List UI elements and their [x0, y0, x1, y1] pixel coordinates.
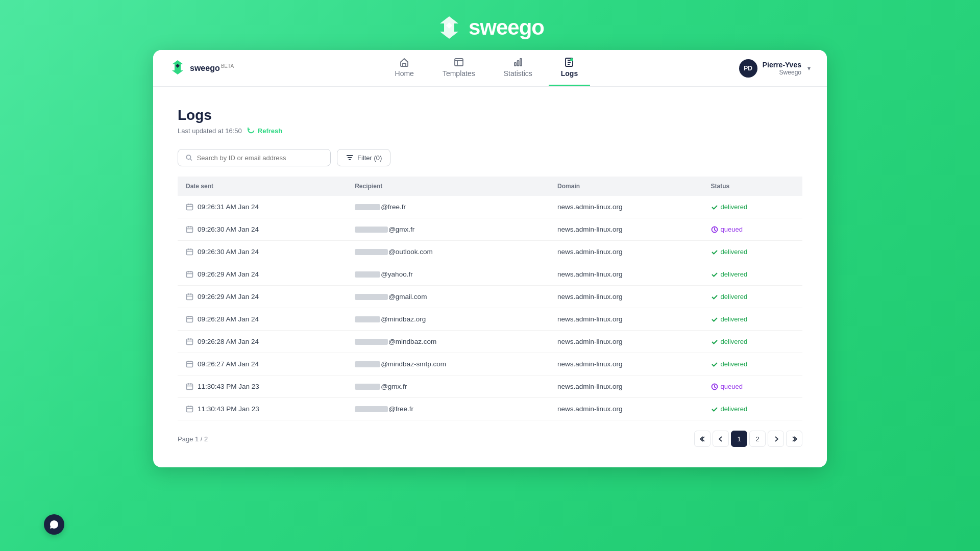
check-icon — [711, 248, 718, 256]
filter-button[interactable]: Filter (0) — [337, 149, 390, 166]
table-row[interactable]: 09:26:30 AM Jan 24 @outlook.comnews.admi… — [178, 241, 802, 263]
search-input[interactable] — [197, 154, 323, 162]
brand-logo-icon — [436, 14, 462, 41]
home-icon — [399, 57, 409, 67]
recipient-cell: @yahoo.fr — [347, 263, 549, 286]
recipient-cell: @gmx.fr — [347, 218, 549, 241]
check-icon — [711, 338, 718, 345]
pagination-info: Page 1 / 2 — [178, 435, 208, 443]
table-row[interactable]: 09:26:31 AM Jan 24 @free.frnews.admin-li… — [178, 196, 802, 218]
refresh-button[interactable]: Refresh — [247, 127, 282, 135]
recipient-cell: @outlook.com — [347, 241, 549, 263]
user-area[interactable]: PD Pierre-Yves Sweego ▾ — [739, 59, 811, 78]
calendar-icon — [186, 293, 193, 300]
last-updated-text: Last updated at 16:50 — [178, 127, 242, 135]
chevron-down-icon: ▾ — [807, 65, 811, 72]
templates-icon — [454, 57, 464, 67]
calendar-icon — [186, 315, 193, 323]
table-row[interactable]: 09:26:29 AM Jan 24 @yahoo.frnews.admin-l… — [178, 263, 802, 286]
recipient-cell: @mindbaz-smtp.com — [347, 353, 549, 375]
domain-cell: news.admin-linux.org — [549, 375, 703, 398]
domain-cell: news.admin-linux.org — [549, 263, 703, 286]
calendar-icon — [186, 338, 193, 345]
check-icon — [711, 204, 718, 211]
status-badge: delivered — [711, 314, 748, 324]
table-row[interactable]: 09:26:27 AM Jan 24 @mindbaz-smtp.comnews… — [178, 353, 802, 375]
table-body: 09:26:31 AM Jan 24 @free.frnews.admin-li… — [178, 196, 802, 420]
status-cell: delivered — [703, 263, 802, 286]
table-row[interactable]: 09:26:29 AM Jan 24 @gmail.comnews.admin-… — [178, 286, 802, 308]
calendar-icon — [186, 360, 193, 368]
page-first-button[interactable] — [694, 431, 710, 447]
svg-rect-2 — [517, 61, 519, 66]
date-cell: 11:30:43 PM Jan 23 — [178, 398, 347, 420]
page-last-button[interactable] — [786, 431, 802, 447]
recipient-cell: @free.fr — [347, 398, 549, 420]
domain-cell: news.admin-linux.org — [549, 398, 703, 420]
date-cell: 09:26:30 AM Jan 24 — [178, 241, 347, 263]
recipient-cell: @mindbaz.com — [347, 331, 549, 353]
svg-rect-8 — [187, 227, 193, 233]
page-2-button[interactable]: 2 — [749, 431, 766, 447]
refresh-icon — [247, 127, 255, 135]
check-icon — [711, 406, 718, 413]
brand-name: sweego — [469, 15, 544, 40]
last-updated-row: Last updated at 16:50 Refresh — [178, 127, 802, 135]
calendar-icon — [186, 248, 193, 256]
search-input-wrap[interactable] — [178, 149, 331, 166]
app-logo-text: sweegoBETA — [190, 63, 234, 73]
page-prev-button[interactable] — [713, 431, 729, 447]
table-row[interactable]: 09:26:28 AM Jan 24 @mindbaz.orgnews.admi… — [178, 308, 802, 331]
domain-cell: news.admin-linux.org — [549, 331, 703, 353]
app-logo: sweegoBETA — [169, 59, 234, 78]
statistics-icon — [513, 57, 523, 67]
page-1-button[interactable]: 1 — [731, 431, 747, 447]
status-badge: delivered — [711, 291, 748, 302]
user-avatar: PD — [739, 59, 757, 78]
app-header: sweegoBETA Home Templates — [153, 50, 827, 87]
check-icon — [711, 271, 718, 278]
svg-point-5 — [570, 58, 573, 61]
status-badge: delivered — [711, 336, 748, 347]
status-badge: delivered — [711, 359, 748, 369]
date-cell: 09:26:29 AM Jan 24 — [178, 286, 347, 308]
top-brand-bar: sweego — [0, 0, 980, 50]
svg-rect-18 — [187, 407, 193, 412]
table-row[interactable]: 09:26:30 AM Jan 24 @gmx.frnews.admin-lin… — [178, 218, 802, 241]
date-cell: 11:30:43 PM Jan 23 — [178, 375, 347, 398]
table-row[interactable]: 11:30:43 PM Jan 23 @free.frnews.admin-li… — [178, 398, 802, 420]
chat-icon — [49, 519, 59, 530]
calendar-icon — [186, 226, 193, 233]
calendar-icon — [186, 383, 193, 390]
date-cell: 09:26:28 AM Jan 24 — [178, 331, 347, 353]
table-row[interactable]: 09:26:28 AM Jan 24 @mindbaz.comnews.admi… — [178, 331, 802, 353]
page-first-icon — [699, 436, 706, 442]
svg-rect-15 — [187, 362, 193, 367]
table-header: Date sent Recipient Domain Status — [178, 177, 802, 196]
status-badge: delivered — [711, 269, 748, 280]
page-content: Logs Last updated at 16:50 Refresh — [153, 87, 827, 467]
tab-logs[interactable]: Logs — [549, 50, 590, 86]
col-domain: Domain — [549, 177, 703, 196]
col-date-sent: Date sent — [178, 177, 347, 196]
status-badge: queued — [711, 381, 743, 392]
domain-cell: news.admin-linux.org — [549, 353, 703, 375]
tab-templates[interactable]: Templates — [430, 50, 487, 86]
svg-rect-0 — [455, 59, 463, 66]
user-org: Sweego — [763, 69, 801, 76]
tab-home[interactable]: Home — [383, 50, 426, 86]
calendar-icon — [186, 270, 193, 278]
table-row[interactable]: 11:30:43 PM Jan 23 @gmx.frnews.admin-lin… — [178, 375, 802, 398]
check-icon — [711, 316, 718, 323]
domain-cell: news.admin-linux.org — [549, 286, 703, 308]
status-cell: delivered — [703, 286, 802, 308]
filter-icon — [346, 154, 354, 162]
nav-tabs: Home Templates Statistics — [383, 50, 591, 86]
tab-statistics[interactable]: Statistics — [492, 50, 545, 86]
chat-bubble[interactable] — [44, 514, 64, 535]
domain-cell: news.admin-linux.org — [549, 196, 703, 218]
status-badge: delivered — [711, 404, 748, 414]
page-next-button[interactable] — [768, 431, 784, 447]
clock-icon — [711, 383, 718, 390]
recipient-cell: @gmail.com — [347, 286, 549, 308]
